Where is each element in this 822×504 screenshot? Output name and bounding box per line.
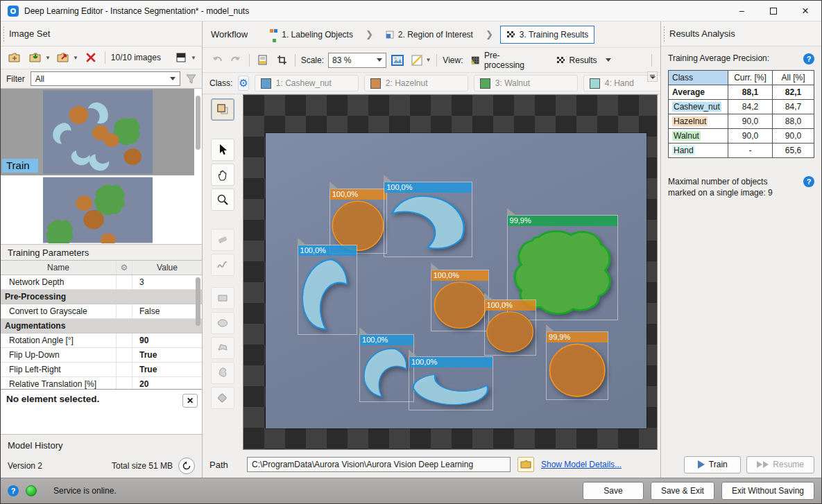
- model-version-label: Version 2: [8, 461, 42, 471]
- tp-row-flip-updown[interactable]: Flip Up-Down True: [1, 348, 202, 363]
- tp-value[interactable]: 20: [132, 379, 202, 389]
- ellipse-tool[interactable]: [211, 312, 234, 334]
- rectangle-tool[interactable]: [211, 287, 234, 309]
- save-and-exit-button[interactable]: Save & Exit: [651, 482, 714, 500]
- status-help-icon[interactable]: ?: [8, 485, 19, 496]
- maximize-button[interactable]: [757, 1, 789, 21]
- overlay-dropdown-caret[interactable]: ▼: [426, 57, 431, 63]
- browse-path-button[interactable]: [517, 457, 534, 472]
- redo-button[interactable]: [228, 52, 243, 69]
- tp-row-grayscale[interactable]: Convert to Grayscale False: [1, 304, 202, 319]
- export-images-button[interactable]: [55, 49, 71, 66]
- fit-to-window-button[interactable]: [391, 52, 405, 69]
- workflow-step-labeling[interactable]: 1. Labeling Objects: [264, 21, 359, 48]
- no-overlay-button[interactable]: [409, 52, 424, 69]
- precision-label: Training Average Precision:: [668, 53, 769, 63]
- class-chip-cashew[interactable]: 1: Cashew_nut: [255, 75, 359, 92]
- workflow-step-training-results[interactable]: 3. Training Results: [500, 26, 594, 44]
- undo-button[interactable]: [209, 52, 224, 69]
- resume-button[interactable]: Resume: [746, 456, 814, 473]
- report-button[interactable]: [255, 52, 270, 69]
- show-model-details-link[interactable]: Show Model Details...: [541, 460, 622, 469]
- ap-col-curr: Curr. [%]: [728, 71, 773, 85]
- results-analysis-title: Results Analysis: [669, 28, 735, 39]
- service-status-message: Service is online.: [53, 486, 117, 496]
- tp-row-flip-leftright[interactable]: Flip Left-Right True: [1, 363, 202, 377]
- detection-hazelnut-4[interactable]: 99,9%: [546, 331, 608, 400]
- class-chip-walnut[interactable]: 3: Walnut: [474, 75, 578, 92]
- detection-cashew-2[interactable]: 100,0%: [298, 245, 357, 335]
- train-button[interactable]: Train: [684, 456, 741, 473]
- train-button-label: Train: [709, 460, 728, 469]
- tp-value[interactable]: True: [132, 350, 202, 360]
- import-images-button[interactable]: [27, 49, 44, 66]
- export-dropdown-caret[interactable]: ▼: [73, 55, 78, 61]
- tp-value[interactable]: True: [132, 365, 202, 374]
- detection-hazelnut-2[interactable]: 100,0%: [431, 270, 490, 331]
- ap-all-cell: 88,0: [773, 114, 814, 128]
- tp-value[interactable]: 90: [132, 336, 202, 345]
- redo-icon: [230, 55, 241, 65]
- history-refresh-icon: [182, 461, 191, 471]
- model-path-input[interactable]: C:\ProgramData\Aurora Vision\Aurora Visi…: [247, 457, 511, 472]
- filter-caret: [170, 77, 175, 80]
- display-mode-button[interactable]: [173, 49, 189, 66]
- detection-hazelnut-3[interactable]: 100,0%: [484, 299, 537, 356]
- tp-row-network-depth[interactable]: Network Depth 3: [1, 275, 202, 290]
- toolbar-collapse-button[interactable]: [647, 71, 658, 82]
- fill-tool[interactable]: [211, 387, 234, 409]
- confidence-label: 100,0%: [409, 357, 493, 367]
- selection-close-button[interactable]: ✕: [182, 394, 198, 408]
- filter-funnel-icon[interactable]: [186, 74, 196, 84]
- delete-image-button[interactable]: [83, 49, 99, 66]
- hand-color-swatch: [590, 78, 600, 89]
- class-chip-hazelnut[interactable]: 2: Hazelnut: [364, 75, 468, 92]
- workflow-step-roi[interactable]: 2. Region of Interest: [380, 26, 479, 43]
- tp-row-rotation[interactable]: Rotation Angle [°] 90: [1, 333, 202, 348]
- pan-tool[interactable]: [211, 164, 234, 186]
- view-preprocessing-button[interactable]: Pre-processing: [467, 49, 538, 71]
- preview-canvas[interactable]: 100,0% 100,0% 99,9%: [243, 94, 658, 450]
- crop-button[interactable]: [274, 52, 289, 69]
- scale-combobox[interactable]: 83 %: [328, 53, 386, 68]
- thumbnail-scrollbar[interactable]: [195, 90, 201, 243]
- tp-value[interactable]: 3: [132, 277, 202, 287]
- save-button[interactable]: Save: [583, 482, 644, 500]
- tp-gear-icon[interactable]: ⚙: [116, 261, 132, 275]
- max-objects-help-icon[interactable]: ?: [803, 176, 814, 187]
- filter-select[interactable]: All: [31, 71, 180, 86]
- blob-tool[interactable]: [211, 362, 234, 384]
- view-results-combobox[interactable]: Results: [552, 54, 646, 67]
- select-tool[interactable]: [211, 139, 234, 161]
- add-folder-button[interactable]: [6, 49, 23, 66]
- tp-section-augmentations: Augmentations: [1, 319, 202, 333]
- path-bar: Path C:\ProgramData\Aurora Vision\Aurora…: [203, 451, 660, 478]
- tp-value[interactable]: False: [132, 306, 202, 316]
- import-dropdown-caret[interactable]: ▼: [45, 55, 51, 61]
- polygon-tool[interactable]: [211, 337, 234, 359]
- minimize-button[interactable]: −: [726, 1, 757, 21]
- class-settings-button[interactable]: ⚙: [238, 76, 248, 91]
- magnifier-icon: [216, 193, 229, 206]
- detection-cashew-3[interactable]: 100,0%: [359, 334, 414, 402]
- precision-help-icon[interactable]: ?: [803, 53, 814, 64]
- exit-without-saving-button[interactable]: Exit Without Saving: [721, 482, 814, 500]
- history-refresh-button[interactable]: [178, 458, 195, 474]
- max-objects-note: Maximal number of objects marked on a si…: [668, 176, 814, 198]
- tp-row-relative-translation[interactable]: Relative Translation [%] 20: [1, 377, 202, 389]
- eraser-tool[interactable]: [211, 229, 234, 251]
- title-bar: Deep Learning Editor - Instance Segmenta…: [1, 1, 821, 21]
- detection-cashew-1[interactable]: 100,0%: [384, 182, 472, 257]
- max-objects-text: Maximal number of objects marked on a si…: [668, 176, 786, 198]
- thumbnail-second-image[interactable]: [1, 175, 194, 245]
- tp-scrollbar[interactable]: [195, 277, 201, 389]
- blob-icon: [216, 367, 229, 379]
- confidence-label: 100,0%: [384, 182, 471, 193]
- close-button[interactable]: ×: [789, 1, 821, 21]
- detection-cashew-4[interactable]: 100,0%: [409, 356, 493, 410]
- freehand-draw-tool[interactable]: [211, 254, 234, 276]
- thumbnail-train-image[interactable]: Train: [1, 89, 194, 175]
- display-mode-caret[interactable]: ▼: [191, 55, 196, 61]
- zoom-tool[interactable]: [211, 189, 234, 211]
- overlay-layers-tool[interactable]: [211, 98, 234, 121]
